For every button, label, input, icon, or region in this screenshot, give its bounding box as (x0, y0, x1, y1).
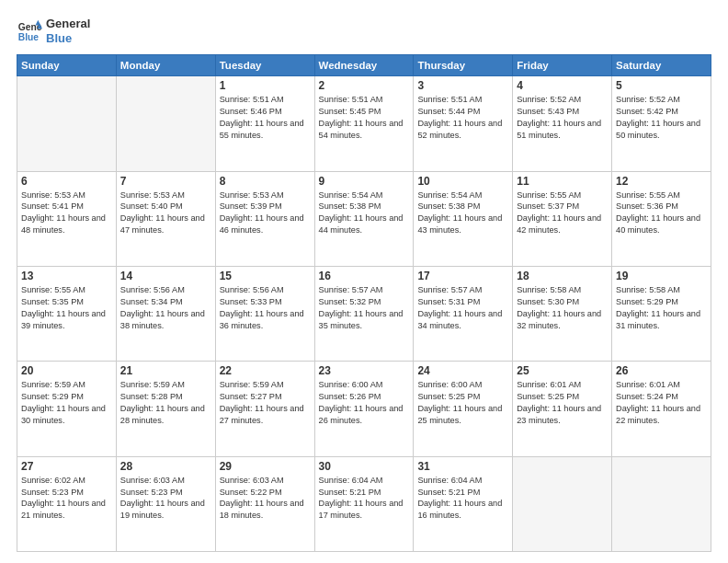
day-number: 2 (319, 79, 410, 92)
day-number: 6 (21, 175, 112, 188)
day-info: Sunrise: 6:03 AM Sunset: 5:22 PM Dayligh… (220, 475, 311, 523)
day-number: 7 (120, 175, 211, 188)
day-number: 11 (517, 175, 608, 188)
day-info: Sunrise: 5:59 AM Sunset: 5:29 PM Dayligh… (21, 379, 112, 427)
day-info: Sunrise: 5:58 AM Sunset: 5:29 PM Dayligh… (616, 284, 707, 332)
day-info: Sunrise: 5:53 AM Sunset: 5:39 PM Dayligh… (220, 190, 311, 237)
day-header-wednesday: Wednesday (314, 55, 414, 76)
calendar-cell (116, 76, 215, 171)
day-number: 23 (319, 364, 410, 377)
calendar-cell: 13Sunrise: 5:55 AM Sunset: 5:35 PM Dayli… (17, 266, 117, 361)
calendar-cell: 9Sunrise: 5:54 AM Sunset: 5:38 PM Daylig… (314, 171, 414, 266)
calendar-cell: 20Sunrise: 5:59 AM Sunset: 5:29 PM Dayli… (17, 362, 117, 456)
day-number: 19 (616, 270, 707, 282)
day-number: 8 (220, 175, 311, 188)
calendar-cell: 24Sunrise: 6:00 AM Sunset: 5:25 PM Dayli… (414, 362, 513, 456)
calendar-cell: 26Sunrise: 6:01 AM Sunset: 5:24 PM Dayli… (612, 362, 711, 456)
day-number: 18 (517, 270, 608, 282)
day-number: 25 (517, 364, 608, 377)
day-info: Sunrise: 6:03 AM Sunset: 5:23 PM Dayligh… (120, 475, 211, 523)
day-info: Sunrise: 5:53 AM Sunset: 5:40 PM Dayligh… (120, 190, 211, 237)
day-number: 29 (220, 460, 311, 473)
calendar-table: SundayMondayTuesdayWednesdayThursdayFrid… (17, 54, 711, 552)
day-info: Sunrise: 6:01 AM Sunset: 5:24 PM Dayligh… (616, 379, 707, 427)
day-info: Sunrise: 6:02 AM Sunset: 5:23 PM Dayligh… (21, 475, 112, 523)
day-number: 28 (120, 460, 211, 473)
day-number: 22 (220, 364, 311, 377)
day-info: Sunrise: 5:51 AM Sunset: 5:44 PM Dayligh… (417, 94, 508, 142)
calendar-cell: 27Sunrise: 6:02 AM Sunset: 5:23 PM Dayli… (17, 456, 117, 551)
calendar-cell: 21Sunrise: 5:59 AM Sunset: 5:28 PM Dayli… (116, 362, 215, 456)
day-info: Sunrise: 6:00 AM Sunset: 5:25 PM Dayligh… (417, 379, 508, 427)
day-info: Sunrise: 5:55 AM Sunset: 5:35 PM Dayligh… (21, 284, 112, 332)
day-number: 21 (120, 364, 211, 377)
day-header-monday: Monday (116, 55, 215, 76)
calendar-cell: 11Sunrise: 5:55 AM Sunset: 5:37 PM Dayli… (513, 171, 612, 266)
day-info: Sunrise: 5:52 AM Sunset: 5:43 PM Dayligh… (517, 94, 608, 142)
day-number: 5 (616, 79, 707, 92)
calendar-cell: 7Sunrise: 5:53 AM Sunset: 5:40 PM Daylig… (116, 171, 215, 266)
calendar-cell: 25Sunrise: 6:01 AM Sunset: 5:25 PM Dayli… (513, 362, 612, 456)
calendar-cell: 22Sunrise: 5:59 AM Sunset: 5:27 PM Dayli… (215, 362, 314, 456)
day-header-thursday: Thursday (414, 55, 513, 76)
calendar-cell: 8Sunrise: 5:53 AM Sunset: 5:39 PM Daylig… (215, 171, 314, 266)
day-info: Sunrise: 6:01 AM Sunset: 5:25 PM Dayligh… (517, 379, 608, 427)
day-headers-row: SundayMondayTuesdayWednesdayThursdayFrid… (17, 55, 711, 76)
day-info: Sunrise: 6:04 AM Sunset: 5:21 PM Dayligh… (319, 475, 410, 523)
svg-text:Blue: Blue (18, 32, 40, 42)
day-info: Sunrise: 5:56 AM Sunset: 5:34 PM Dayligh… (120, 284, 211, 332)
day-number: 12 (616, 175, 707, 188)
logo-text-general: General (46, 17, 90, 31)
day-info: Sunrise: 5:55 AM Sunset: 5:36 PM Dayligh… (616, 190, 707, 237)
logo-text-blue: Blue (46, 31, 90, 46)
day-number: 27 (21, 460, 112, 473)
calendar-cell: 14Sunrise: 5:56 AM Sunset: 5:34 PM Dayli… (116, 266, 215, 361)
day-info: Sunrise: 5:55 AM Sunset: 5:37 PM Dayligh… (517, 190, 608, 237)
day-info: Sunrise: 5:54 AM Sunset: 5:38 PM Dayligh… (319, 190, 410, 237)
day-header-sunday: Sunday (17, 55, 117, 76)
calendar-page: General Blue General Blue SundayMondayTu… (0, 0, 728, 563)
calendar-cell: 18Sunrise: 5:58 AM Sunset: 5:30 PM Dayli… (513, 266, 612, 361)
calendar-cell: 4Sunrise: 5:52 AM Sunset: 5:43 PM Daylig… (513, 76, 612, 171)
calendar-cell (17, 76, 117, 171)
day-header-saturday: Saturday (612, 55, 711, 76)
calendar-cell: 15Sunrise: 5:56 AM Sunset: 5:33 PM Dayli… (215, 266, 314, 361)
day-info: Sunrise: 5:54 AM Sunset: 5:38 PM Dayligh… (417, 190, 508, 237)
calendar-cell: 1Sunrise: 5:51 AM Sunset: 5:46 PM Daylig… (215, 76, 314, 171)
logo-icon: General Blue (17, 18, 42, 44)
day-number: 30 (319, 460, 410, 473)
day-info: Sunrise: 5:53 AM Sunset: 5:41 PM Dayligh… (21, 190, 112, 237)
day-number: 14 (120, 270, 211, 282)
day-number: 17 (417, 270, 508, 282)
day-header-tuesday: Tuesday (215, 55, 314, 76)
day-number: 3 (417, 79, 508, 92)
day-info: Sunrise: 5:57 AM Sunset: 5:32 PM Dayligh… (319, 284, 410, 332)
week-row-2: 6Sunrise: 5:53 AM Sunset: 5:41 PM Daylig… (17, 171, 711, 266)
calendar-cell (612, 456, 711, 551)
header: General Blue General Blue (17, 17, 711, 45)
calendar-cell: 2Sunrise: 5:51 AM Sunset: 5:45 PM Daylig… (314, 76, 414, 171)
day-info: Sunrise: 5:52 AM Sunset: 5:42 PM Dayligh… (616, 94, 707, 142)
calendar-header: SundayMondayTuesdayWednesdayThursdayFrid… (17, 55, 711, 76)
day-number: 15 (220, 270, 311, 282)
calendar-cell: 23Sunrise: 6:00 AM Sunset: 5:26 PM Dayli… (314, 362, 414, 456)
week-row-3: 13Sunrise: 5:55 AM Sunset: 5:35 PM Dayli… (17, 266, 711, 361)
day-number: 31 (417, 460, 508, 473)
day-info: Sunrise: 5:51 AM Sunset: 5:45 PM Dayligh… (319, 94, 410, 142)
calendar-cell: 12Sunrise: 5:55 AM Sunset: 5:36 PM Dayli… (612, 171, 711, 266)
calendar-cell: 10Sunrise: 5:54 AM Sunset: 5:38 PM Dayli… (414, 171, 513, 266)
calendar-cell: 17Sunrise: 5:57 AM Sunset: 5:31 PM Dayli… (414, 266, 513, 361)
day-info: Sunrise: 5:51 AM Sunset: 5:46 PM Dayligh… (220, 94, 311, 142)
day-info: Sunrise: 5:57 AM Sunset: 5:31 PM Dayligh… (417, 284, 508, 332)
calendar-body: 1Sunrise: 5:51 AM Sunset: 5:46 PM Daylig… (17, 76, 711, 552)
day-number: 16 (319, 270, 410, 282)
day-number: 4 (517, 79, 608, 92)
calendar-cell: 28Sunrise: 6:03 AM Sunset: 5:23 PM Dayli… (116, 456, 215, 551)
calendar-cell: 5Sunrise: 5:52 AM Sunset: 5:42 PM Daylig… (612, 76, 711, 171)
day-number: 9 (319, 175, 410, 188)
day-info: Sunrise: 6:00 AM Sunset: 5:26 PM Dayligh… (319, 379, 410, 427)
week-row-4: 20Sunrise: 5:59 AM Sunset: 5:29 PM Dayli… (17, 362, 711, 456)
calendar-cell: 19Sunrise: 5:58 AM Sunset: 5:29 PM Dayli… (612, 266, 711, 361)
day-info: Sunrise: 5:59 AM Sunset: 5:27 PM Dayligh… (220, 379, 311, 427)
day-header-friday: Friday (513, 55, 612, 76)
